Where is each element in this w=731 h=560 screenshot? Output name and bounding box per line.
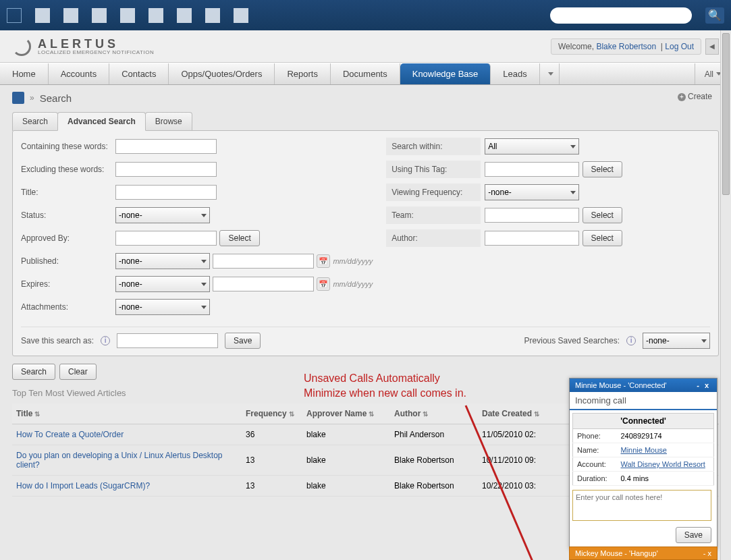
info-icon[interactable]: i (626, 336, 636, 345)
call-notes-input[interactable] (572, 490, 711, 521)
minimized-call-bar[interactable]: Mickey Mouse - 'Hangup' - x (569, 547, 718, 560)
call-status: 'Connected' (573, 414, 714, 429)
nav-opps[interactable]: Opps/Quotes/Orders (169, 63, 275, 84)
minimize-button[interactable]: - (694, 381, 702, 389)
info-icon[interactable]: i (101, 336, 110, 345)
username-link[interactable]: Blake Robertson (596, 42, 656, 51)
global-search-button[interactable]: 🔍 (705, 7, 724, 24)
expires-date-input[interactable] (213, 277, 314, 291)
dollar-icon[interactable] (120, 8, 135, 23)
containing-input[interactable] (115, 139, 217, 154)
addressbook-icon[interactable] (177, 8, 192, 23)
logout-link[interactable]: Log Out (665, 42, 694, 51)
team-label: Team: (386, 206, 481, 224)
calendar-icon[interactable]: 📅 (317, 254, 330, 268)
subtab-browse[interactable]: Browse (145, 112, 192, 131)
book-icon (12, 92, 24, 104)
sort-icon: ⇅ (369, 410, 374, 418)
expires-label: Expires: (21, 279, 115, 289)
call-details-table: 'Connected' Phone:2408929174 Name:Minnie… (572, 413, 714, 486)
nav-accounts[interactable]: Accounts (49, 63, 109, 84)
cube-icon[interactable] (7, 8, 22, 23)
sort-icon: ⇅ (423, 410, 428, 418)
nav-home[interactable]: Home (0, 63, 49, 84)
breadcrumb: » Search (12, 92, 719, 104)
logo-text: ALERTUS LOCALIZED EMERGENCY NOTIFICATION (38, 37, 154, 55)
nav-contacts[interactable]: Contacts (109, 63, 169, 84)
close-button[interactable]: x (702, 381, 711, 389)
search-subtabs: Search Advanced Search Browse (12, 112, 719, 131)
subtab-search[interactable]: Search (12, 112, 58, 131)
building-icon[interactable] (35, 8, 50, 23)
published-select[interactable]: -none- (115, 253, 210, 269)
using-tag-label: Using This Tag: (386, 161, 481, 178)
excluding-input[interactable] (115, 162, 217, 177)
previous-searches-select[interactable]: -none- (643, 333, 710, 349)
advanced-search-panel: Containing these words: Excluding these … (12, 130, 719, 356)
logo-bar: ALERTUS LOCALIZED EMERGENCY NOTIFICATION… (0, 30, 731, 63)
notes-icon[interactable] (205, 8, 220, 23)
breadcrumb-arrow-icon: » (30, 93, 34, 103)
approved-by-select-button[interactable]: Select (219, 230, 259, 246)
article-link[interactable]: Do you plan on developing a Unix / Linux… (16, 451, 223, 470)
create-link[interactable]: +Create (678, 92, 712, 101)
call-duration-value: 0.4 mins (617, 472, 714, 486)
tag-select-button[interactable]: Select (583, 161, 622, 177)
nav-documents[interactable]: Documents (331, 63, 400, 84)
status-select[interactable]: -none- (115, 207, 210, 223)
col-title[interactable]: Title⇅ (12, 403, 242, 424)
nav-knowledge-base[interactable]: Knowledge Base (400, 63, 491, 84)
title-input[interactable] (115, 185, 217, 200)
using-tag-input[interactable] (485, 162, 579, 177)
col-approver[interactable]: Approver Name⇅ (302, 403, 390, 424)
save-search-button[interactable]: Save (225, 333, 261, 349)
id-card-icon[interactable] (63, 8, 78, 23)
previous-searches-label: Previous Saved Searches: (524, 336, 620, 345)
nav-more[interactable] (540, 63, 560, 84)
svg-line-0 (466, 405, 557, 560)
save-as-input[interactable] (117, 333, 218, 348)
call-name-link[interactable]: Minnie Mouse (621, 446, 667, 454)
call-popup-header[interactable]: Minnie Mouse - 'Connected' - x (570, 379, 717, 392)
scrollbar-thumb[interactable] (722, 33, 730, 195)
team-select-button[interactable]: Select (583, 207, 622, 223)
close-button[interactable]: x (708, 549, 712, 557)
coins-icon[interactable] (92, 8, 107, 23)
envelope-icon[interactable] (148, 8, 163, 23)
calendar-icon[interactable]: 📅 (317, 277, 330, 291)
status-label: Status: (21, 211, 115, 220)
attachments-select[interactable]: -none- (115, 299, 210, 315)
col-frequency[interactable]: Frequency⇅ (242, 403, 302, 424)
attachments-label: Attachments: (21, 302, 115, 312)
subtab-advanced-search[interactable]: Advanced Search (57, 112, 146, 131)
minimize-button[interactable]: - (703, 549, 708, 557)
excluding-label: Excluding these words: (21, 165, 115, 174)
containing-label: Containing these words: (21, 142, 115, 151)
author-select-button[interactable]: Select (583, 230, 622, 246)
search-within-select[interactable]: All (485, 138, 579, 155)
team-input[interactable] (485, 208, 579, 223)
search-button[interactable]: Search (12, 364, 55, 380)
expires-select[interactable]: -none- (115, 276, 210, 292)
approved-by-input[interactable] (115, 231, 217, 246)
published-date-input[interactable] (213, 254, 314, 269)
clear-button[interactable]: Clear (59, 364, 97, 380)
annotation-arrow-icon (462, 402, 570, 560)
sort-icon: ⇅ (34, 410, 40, 418)
nav-leads[interactable]: Leads (491, 63, 539, 84)
search-within-label: Search within: (386, 138, 481, 155)
author-input[interactable] (485, 231, 579, 246)
global-search-input[interactable] (550, 7, 692, 24)
call-account-link[interactable]: Walt Disney World Resort (621, 460, 705, 468)
published-label: Published: (21, 256, 115, 266)
viewing-freq-select[interactable]: -none- (485, 184, 579, 200)
nav-reports[interactable]: Reports (275, 63, 331, 84)
phone-icon[interactable] (234, 8, 248, 23)
vertical-scrollbar[interactable] (720, 30, 731, 560)
article-link[interactable]: How To Create a Quote/Order (16, 430, 124, 439)
call-save-button[interactable]: Save (676, 527, 711, 543)
magnify-icon: 🔍 (708, 9, 722, 22)
annotation-text: Unsaved Calls Automatically Minimize whe… (304, 371, 466, 401)
article-link[interactable]: How do I Import Leads (SugarCRM)? (16, 481, 150, 491)
collapse-panel-button[interactable]: ◀ (705, 38, 719, 55)
